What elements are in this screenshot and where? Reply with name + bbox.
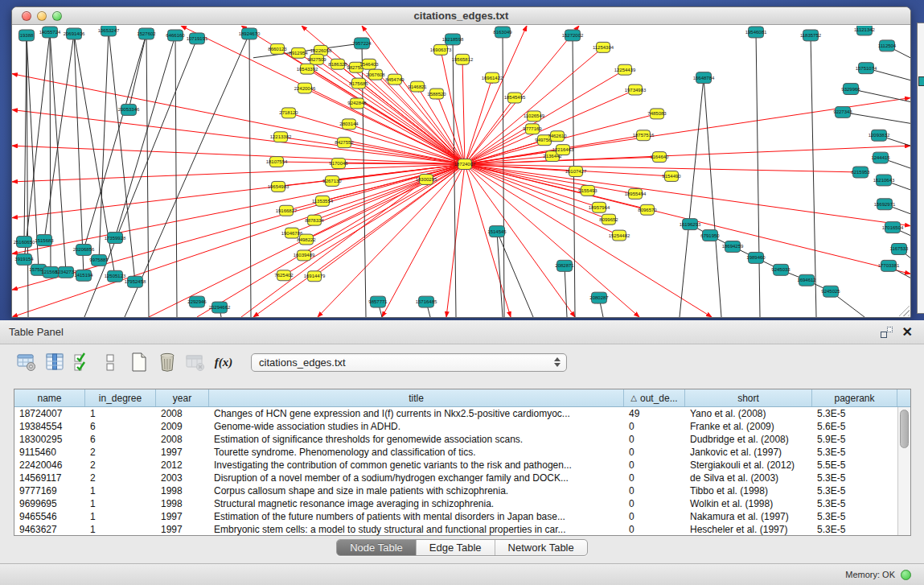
graph-node[interactable]: 2080287: [589, 292, 609, 303]
graph-node[interactable]: 18107554: [266, 157, 288, 167]
graph-edge[interactable]: [286, 164, 465, 211]
graph-node[interactable]: 10653247: [98, 26, 120, 36]
graph-node[interactable]: 10719191: [187, 33, 208, 44]
graph-edge[interactable]: [74, 34, 84, 275]
graph-node[interactable]: 11121342: [854, 26, 875, 35]
graph-node[interactable]: 15716485: [416, 296, 437, 307]
window-resize-grip[interactable]: [898, 305, 910, 316]
show-columns-icon[interactable]: [43, 350, 67, 374]
graph-node[interactable]: 1989460: [746, 252, 766, 263]
graph-edge[interactable]: [27, 35, 39, 270]
graph-node[interactable]: 6466160: [166, 30, 185, 41]
graph-node[interactable]: 9242848: [347, 98, 367, 109]
graph-node[interactable]: 14055724: [39, 27, 61, 38]
graph-node[interactable]: 18955494: [625, 188, 647, 199]
graph-edge[interactable]: [249, 34, 251, 317]
graph-node[interactable]: 15272002: [562, 30, 584, 41]
float-panel-icon[interactable]: [881, 327, 893, 338]
column-header-year[interactable]: year: [156, 389, 209, 406]
graph-edge[interactable]: [109, 31, 135, 282]
graph-edge[interactable]: [27, 35, 28, 317]
graph-edge[interactable]: [465, 164, 639, 317]
graph-node[interactable]: 8498222: [297, 234, 316, 245]
column-header-title[interactable]: title: [209, 389, 624, 406]
graph-node[interactable]: 1112504: [878, 40, 897, 51]
graph-node[interactable]: 17703381: [878, 260, 900, 271]
graph-node[interactable]: 20053346: [118, 104, 140, 115]
graph-node[interactable]: 9857771: [368, 296, 388, 307]
delete-rows-icon[interactable]: [155, 350, 179, 374]
graph-node[interactable]: 1546403: [359, 59, 379, 69]
graph-node[interactable]: 9975887: [89, 254, 109, 266]
graph-node[interactable]: 7485083: [647, 109, 667, 119]
graph-node[interactable]: 16648784: [693, 72, 715, 84]
graph-edge[interactable]: [305, 89, 465, 164]
graph-node[interactable]: 1694612: [797, 274, 816, 286]
column-header-pagerank[interactable]: pagerank: [812, 389, 897, 406]
graph-edge[interactable]: [314, 164, 465, 220]
graph-edge[interactable]: [565, 266, 567, 317]
graph-node[interactable]: 18924670: [239, 28, 261, 39]
column-header-in_degree[interactable]: in_degree: [85, 389, 156, 406]
graph-node[interactable]: 16914479: [304, 271, 326, 282]
table-vertical-scrollbar[interactable]: [897, 407, 910, 535]
graph-edge[interactable]: [84, 39, 197, 317]
graph-edge[interactable]: [453, 39, 456, 317]
window-titlebar[interactable]: citations_edges.txt: [12, 7, 910, 25]
graph-node[interactable]: 16210643: [873, 175, 895, 186]
graph-node[interactable]: 8878334: [305, 215, 324, 225]
graph-node[interactable]: 9146821: [408, 81, 427, 92]
graph-node[interactable]: 9245033: [771, 264, 791, 275]
graph-node[interactable]: 19565812: [452, 54, 474, 64]
graph-node[interactable]: 12093832: [869, 130, 890, 141]
graph-node[interactable]: 3919154: [14, 253, 34, 265]
graph-edge[interactable]: [24, 35, 27, 242]
graph-node[interactable]: 17952458: [125, 276, 146, 287]
table-row[interactable]: 1872400712008Changes of HCN gene express…: [14, 407, 897, 420]
graph-edge[interactable]: [241, 179, 426, 317]
graph-edge[interactable]: [356, 68, 465, 164]
graph-node[interactable]: 12254439: [614, 64, 636, 75]
graph-edge[interactable]: [680, 78, 704, 317]
close-panel-icon[interactable]: ✕: [902, 327, 913, 338]
graph-edge[interactable]: [382, 164, 465, 317]
graph-node[interactable]: 19166827: [276, 205, 298, 216]
graph-node[interactable]: 7957224: [352, 38, 372, 49]
graph-node[interactable]: 19654983: [268, 181, 290, 192]
graph-node[interactable]: 8175685: [349, 78, 368, 89]
graph-node[interactable]: 19218598: [442, 34, 464, 45]
graph-node[interactable]: 11254304: [593, 42, 614, 52]
function-builder-icon[interactable]: f(x): [211, 350, 236, 374]
graph-node[interactable]: 2292946: [187, 296, 207, 307]
graph-node[interactable]: 12505123: [105, 270, 126, 282]
graph-node[interactable]: 1167533: [890, 244, 910, 255]
zoom-window-button[interactable]: [52, 11, 62, 21]
graph-node[interactable]: 16039489: [294, 250, 315, 261]
graph-node[interactable]: 20691406: [64, 28, 85, 39]
close-window-button[interactable]: [22, 11, 31, 21]
graph-edge[interactable]: [465, 157, 659, 164]
graph-node[interactable]: 10107427: [565, 167, 587, 177]
graph-node[interactable]: 16196293: [680, 219, 701, 230]
graph-edge[interactable]: [99, 31, 109, 260]
graph-node[interactable]: 2718120: [279, 108, 298, 118]
graph-node[interactable]: 15692971: [874, 199, 896, 210]
graph-node[interactable]: 9777169: [523, 124, 542, 134]
table-row[interactable]: 1938455462009Genome-wide association stu…: [14, 420, 897, 433]
graph-node[interactable]: 1527602: [137, 28, 156, 39]
graph-node[interactable]: 19546081: [745, 27, 767, 38]
background-window-sliver[interactable]: [917, 23, 924, 314]
graph-node[interactable]: 8454749: [385, 74, 405, 84]
graph-node[interactable]: 8427552: [335, 138, 354, 148]
graph-node[interactable]: 1415194: [74, 270, 93, 281]
table-selector-dropdown[interactable]: citations_edges.txt: [251, 353, 567, 372]
graph-node[interactable]: 1515683: [35, 235, 54, 246]
network-canvas[interactable]: 1872400786601238912954182260589827509818…: [12, 26, 910, 317]
tab-network-table[interactable]: Network Table: [495, 540, 587, 555]
minimize-window-button[interactable]: [37, 11, 47, 21]
graph-edge[interactable]: [462, 60, 465, 164]
graph-node[interactable]: 8215953: [851, 167, 870, 178]
graph-node[interactable]: 8099652: [599, 214, 618, 225]
graph-edge[interactable]: [125, 34, 249, 317]
graph-node[interactable]: 9154490: [662, 171, 681, 182]
